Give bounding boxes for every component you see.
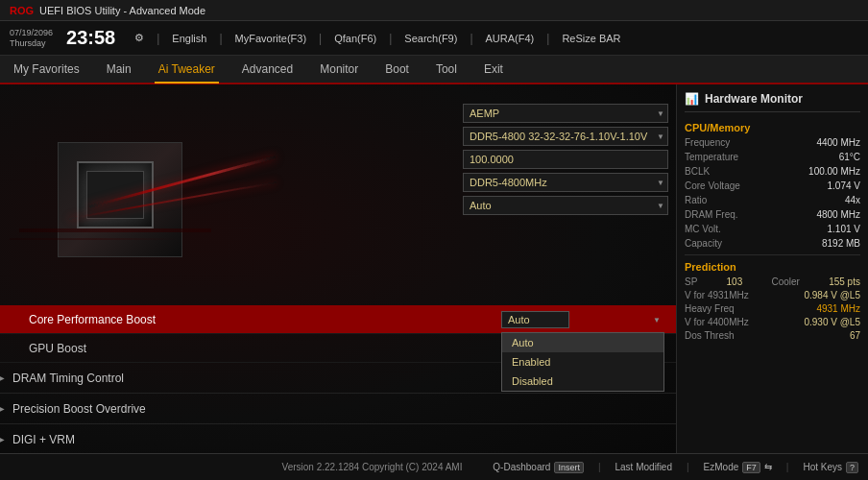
- freq-label: Frequency: [685, 137, 770, 148]
- capacity-value: 8192 MB: [776, 238, 861, 249]
- left-settings: Core Performance Boost Auto Enabled Disa…: [0, 305, 676, 453]
- search-button[interactable]: Search(F9): [404, 33, 457, 44]
- title-text: UEFI BIOS Utility - Advanced Mode: [39, 5, 205, 16]
- boost-option-enabled[interactable]: Enabled: [502, 352, 663, 372]
- nav-my-favorites[interactable]: My Favorites: [10, 56, 84, 83]
- nav-ai-tweaker[interactable]: Ai Tweaker: [155, 57, 219, 84]
- aemp-select[interactable]: AEMP XMP Manual: [463, 104, 668, 123]
- pred-row-2: V for 4931MHz 0.984 V @L5: [685, 290, 860, 300]
- pred-row-1: SP 103 Cooler 155 pts: [685, 276, 860, 287]
- dram-freq-label: DRAM Freq.: [685, 209, 770, 220]
- core-volt-value: 1.074 V: [776, 180, 861, 191]
- mc-volt-label: MC Volt.: [685, 224, 770, 234]
- nav-advanced[interactable]: Advanced: [238, 56, 297, 83]
- cpu-socket: [58, 142, 192, 267]
- core-perf-boost-row[interactable]: Core Performance Boost Auto Enabled Disa…: [0, 305, 676, 334]
- date-display: 07/19/2096: [10, 28, 53, 38]
- auto1-select[interactable]: Auto Manual: [463, 196, 668, 215]
- pred-row-dos: Dos Thresh 67: [685, 330, 860, 341]
- v4400-value: 0.930 V @L5: [804, 317, 860, 327]
- language-button[interactable]: English: [172, 33, 206, 44]
- status-sep-3: |: [786, 462, 789, 472]
- status-sep-1: |: [598, 462, 601, 472]
- settings-overlay: AEMP XMP Manual DDR5-4800 32-32-32-76-1.…: [455, 94, 676, 225]
- sp-value: 103: [727, 276, 743, 287]
- hot-keys-button[interactable]: Hot Keys ?: [803, 462, 858, 473]
- ez-mode-key: F7: [742, 462, 760, 473]
- precision-boost-row[interactable]: ▶ Precision Boost Overdrive: [0, 394, 676, 424]
- pred-row-heavy: Heavy Freq 4931 MHz: [685, 303, 860, 314]
- qfan-button[interactable]: Qfan(F6): [334, 33, 376, 44]
- nav-bar: My Favorites Main Ai Tweaker Advanced Mo…: [0, 56, 868, 84]
- cpu-memory-grid: Frequency 4400 MHz Temperature 61°C BCLK…: [685, 137, 860, 249]
- rog-logo: ROG: [10, 5, 34, 16]
- nav-monitor[interactable]: Monitor: [316, 56, 362, 83]
- bclk-row: [463, 150, 668, 169]
- settings-button[interactable]: ⚙: [134, 32, 144, 44]
- top-bar: 07/19/2096 Thursday 23:58 ⚙ | English | …: [0, 21, 868, 56]
- core-perf-boost-label: Core Performance Boost: [29, 313, 501, 326]
- auto1-row: Auto Manual: [463, 196, 668, 215]
- freq-value: 4400 MHz: [776, 137, 861, 148]
- status-bar: Version 2.22.1284 Copyright (C) 2024 AMI…: [0, 453, 868, 480]
- last-modified-label: Last Modified: [615, 462, 672, 472]
- boost-option-disabled[interactable]: Disabled: [502, 372, 663, 391]
- cooler-label: Cooler: [771, 276, 799, 287]
- temp-value: 61°C: [776, 152, 861, 162]
- title-bar: ROG UEFI BIOS Utility - Advanced Mode: [0, 0, 868, 21]
- aemp-row: AEMP XMP Manual: [463, 104, 668, 123]
- hot-keys-key: ?: [846, 462, 858, 473]
- ratio-value: 44x: [776, 195, 861, 205]
- pred-row-3: V for 4400MHz 0.930 V @L5: [685, 317, 860, 327]
- myfavorites-button[interactable]: MyFavorite(F3): [235, 33, 307, 44]
- nav-exit[interactable]: Exit: [480, 56, 507, 83]
- motherboard-image: AEMP XMP Manual DDR5-4800 32-32-32-76-1.…: [0, 84, 676, 453]
- last-modified-button[interactable]: Last Modified: [615, 462, 672, 472]
- hw-divider: [685, 254, 860, 255]
- resizebar-button[interactable]: ReSize BAR: [562, 33, 620, 44]
- capacity-label: Capacity: [685, 238, 770, 249]
- core-volt-label: Core Voltage: [685, 180, 770, 191]
- digi-vrm-label: DIGI + VRM: [12, 433, 75, 446]
- time-display: 23:58: [66, 27, 115, 49]
- v4931-value: 0.984 V @L5: [804, 290, 860, 300]
- left-panel: AEMP XMP Manual DDR5-4800 32-32-32-76-1.…: [0, 84, 676, 453]
- digi-vrm-row[interactable]: ▶ DIGI + VRM: [0, 424, 676, 453]
- cooler-value: 155 pts: [829, 276, 860, 287]
- dram-expand-icon: ▶: [0, 372, 5, 383]
- prediction-title: Prediction: [685, 261, 860, 273]
- nav-tool[interactable]: Tool: [432, 56, 461, 83]
- precision-expand-icon: ▶: [0, 403, 5, 414]
- boost-option-auto[interactable]: Auto: [502, 333, 663, 352]
- ez-mode-label: EzMode: [704, 462, 739, 472]
- copyright-text: Version 2.22.1284 Copyright (C) 2024 AMI: [252, 462, 494, 472]
- core-perf-boost-select[interactable]: Auto Enabled Disabled: [501, 311, 569, 328]
- nav-main[interactable]: Main: [103, 56, 135, 83]
- mc-volt-value: 1.101 V: [776, 224, 861, 234]
- q-dashboard-key: Insert: [554, 462, 584, 473]
- freq-select[interactable]: DDR5-4800MHz: [463, 173, 668, 192]
- freq-row: DDR5-4800MHz: [463, 173, 668, 192]
- bclk-label: BCLK: [685, 166, 770, 177]
- digi-expand-icon: ▶: [0, 434, 5, 444]
- right-panel: 📊 Hardware Monitor CPU/Memory Frequency …: [676, 84, 868, 453]
- dos-thresh-label: Dos Thresh: [685, 330, 735, 341]
- hw-monitor-title: 📊 Hardware Monitor: [685, 92, 860, 112]
- v4400-label: V for 4400MHz: [685, 317, 749, 327]
- ddr5-select[interactable]: DDR5-4800 32-32-32-76-1.10V-1.10V: [463, 127, 668, 146]
- temp-label: Temperature: [685, 152, 770, 162]
- dram-freq-value: 4800 MHz: [776, 209, 861, 220]
- dram-timing-label: DRAM Timing Control: [12, 372, 124, 385]
- nav-boot[interactable]: Boot: [381, 56, 413, 83]
- q-dashboard-button[interactable]: Q-Dashboard Insert: [493, 462, 584, 473]
- day-display: Thursday: [10, 38, 46, 49]
- heavy-freq-label: Heavy Freq: [685, 303, 735, 314]
- ddr5-row: DDR5-4800 32-32-32-76-1.10V-1.10V: [463, 127, 668, 146]
- v4931-label: V for 4931MHz: [685, 290, 749, 300]
- aura-button[interactable]: AURA(F4): [486, 33, 535, 44]
- ez-mode-button[interactable]: EzMode F7 ⇆: [704, 462, 772, 473]
- precision-boost-label: Precision Boost Overdrive: [12, 402, 146, 416]
- ratio-label: Ratio: [685, 195, 770, 205]
- hot-keys-label: Hot Keys: [803, 462, 842, 472]
- bclk-input[interactable]: [463, 150, 668, 169]
